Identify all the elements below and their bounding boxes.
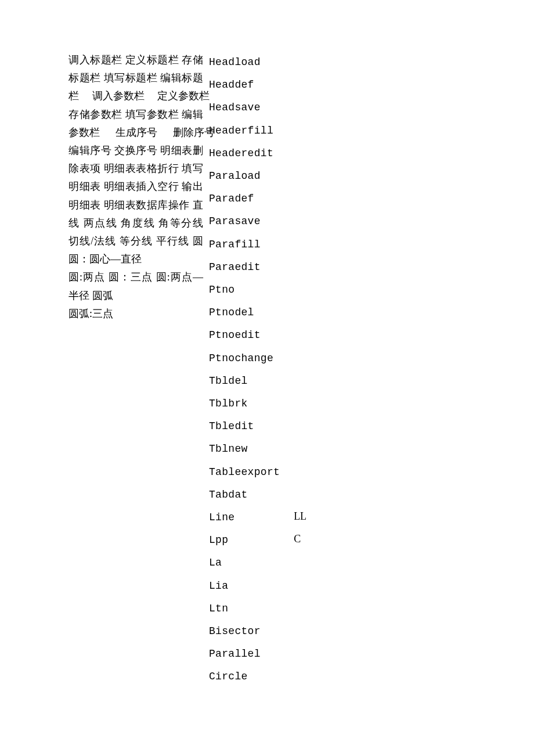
command-item: Headsave	[209, 96, 280, 119]
command-item: Lpp	[209, 529, 280, 552]
text-line: 调入标题栏 定义标题栏 存储	[68, 51, 203, 69]
command-item: Tabdat	[209, 484, 280, 506]
command-item: Ptnoedit	[209, 324, 280, 347]
command-item: Tableexport	[209, 461, 280, 484]
command-item: Parafill	[209, 233, 280, 256]
command-item: Paraload	[209, 165, 280, 188]
chinese-text-column: 调入标题栏 定义标题栏 存储 标题栏 填写标题栏 编辑标题 栏 调入参数栏 定义…	[68, 51, 203, 323]
text-line: 栏 调入参数栏 定义参数栏	[68, 87, 203, 105]
command-item: Headerfill	[209, 120, 280, 142]
command-item: Ptno	[209, 279, 280, 301]
command-item: Headeredit	[209, 142, 280, 165]
text-line: 明细表 明细表数据库操作 直	[68, 196, 203, 214]
text-line: 编辑序号 交换序号 明细表删	[68, 142, 203, 160]
command-item: Tbldel	[209, 370, 280, 393]
text-line: 明细表 明细表插入空行 输出	[68, 178, 203, 196]
text-line: 存储参数栏 填写参数栏 编辑	[68, 106, 203, 124]
command-item: Headload	[209, 51, 280, 74]
text-line: 参数栏 生成序号 删除序号	[68, 124, 203, 142]
command-item: Tbledit	[209, 415, 280, 438]
text-line: 圆：圆心—直径	[68, 250, 203, 268]
abbr-item: LL	[294, 505, 306, 528]
command-item: Ltn	[209, 597, 280, 620]
text-line: 标题栏 填写标题栏 编辑标题	[68, 69, 203, 87]
command-item: Lia	[209, 575, 280, 597]
command-item: La	[209, 552, 280, 574]
text-line: 切线/法线 等分线 平行线 圆	[68, 232, 203, 250]
command-item: Paradef	[209, 188, 280, 210]
command-item: Headdef	[209, 74, 280, 96]
command-item: Circle	[209, 665, 280, 684]
command-item: Paraedit	[209, 256, 280, 279]
command-item: Bisector	[209, 620, 280, 643]
abbr-item: C	[294, 528, 306, 550]
command-item: Line	[209, 506, 280, 529]
abbreviation-column: LL C	[294, 505, 306, 550]
command-item: Tblnew	[209, 438, 280, 460]
text-line: 圆弧:三点	[68, 305, 203, 323]
command-item: Parallel	[209, 643, 280, 665]
text-line: 线 两点线 角度线 角等分线	[68, 214, 203, 232]
command-list-column: Headload Headdef Headsave Headerfill Hea…	[209, 51, 280, 684]
text-line: 除表项 明细表表格折行 填写	[68, 160, 203, 178]
text-line: 半径 圆弧	[68, 287, 203, 305]
text-line: 圆:两点 圆：三点 圆:两点—	[68, 268, 203, 286]
command-item: Parasave	[209, 210, 280, 233]
command-item: Ptnodel	[209, 301, 280, 324]
command-item: Tblbrk	[209, 393, 280, 415]
command-item: Ptnochange	[209, 347, 280, 370]
